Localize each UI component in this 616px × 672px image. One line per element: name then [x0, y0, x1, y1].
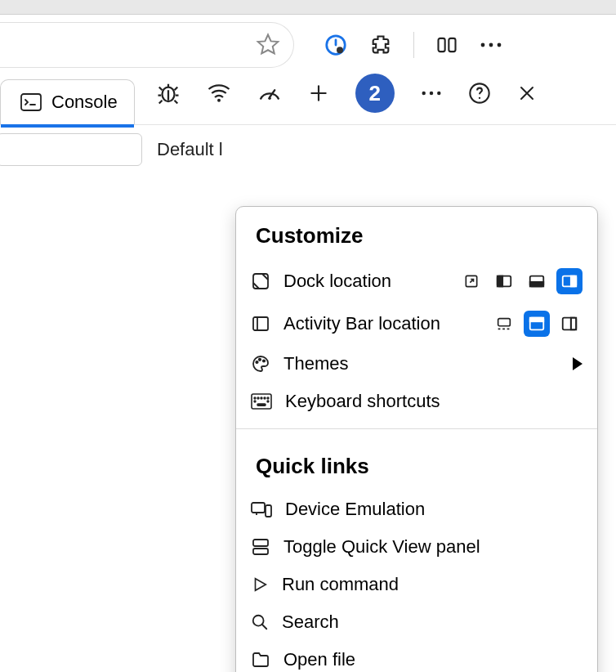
performance-icon[interactable]: [257, 83, 282, 104]
dock-right-option[interactable]: [556, 268, 583, 294]
svg-rect-2: [439, 38, 445, 52]
shield-lock-icon[interactable]: [324, 33, 348, 57]
warnings-badge[interactable]: 2: [355, 74, 395, 113]
search-icon: [251, 613, 269, 631]
keyboard-icon: [251, 393, 272, 410]
svg-point-12: [429, 92, 432, 95]
wifi-icon[interactable]: [207, 83, 231, 104]
customize-heading: Customize: [236, 207, 597, 260]
dock-left-option[interactable]: [491, 268, 517, 294]
console-icon: [20, 93, 42, 111]
folder-icon: [251, 651, 270, 669]
svg-point-1: [337, 47, 343, 53]
warnings-badge-count: 2: [368, 81, 380, 106]
open-file-row[interactable]: Open file: [236, 641, 597, 672]
svg-rect-24: [253, 317, 268, 330]
play-icon: [251, 576, 269, 594]
svg-rect-21: [530, 282, 544, 287]
svg-point-34: [254, 397, 256, 399]
svg-rect-19: [498, 276, 502, 287]
device-emulation-row[interactable]: Device Emulation: [236, 491, 597, 528]
dock-location-label: Dock location: [283, 271, 391, 292]
svg-point-6: [498, 43, 502, 47]
svg-rect-29: [571, 318, 576, 330]
activity-bar-row[interactable]: Activity Bar location: [236, 302, 597, 345]
split-screen-icon[interactable]: [435, 34, 458, 56]
run-command-row[interactable]: Run command: [236, 566, 597, 603]
activity-bar-label: Activity Bar location: [283, 313, 440, 334]
star-icon[interactable]: [256, 33, 280, 57]
themes-label: Themes: [283, 353, 348, 374]
quick-links-heading: Quick links: [236, 437, 597, 491]
svg-point-38: [267, 397, 269, 399]
svg-point-9: [217, 99, 221, 102]
window-chrome: [0, 0, 616, 15]
svg-point-36: [261, 397, 262, 399]
svg-point-31: [259, 359, 261, 361]
dock-icon: [251, 271, 270, 291]
open-file-label: Open file: [283, 649, 355, 670]
keyboard-shortcuts-row[interactable]: Keyboard shortcuts: [236, 383, 597, 420]
search-row[interactable]: Search: [236, 603, 597, 641]
device-emulation-label: Device Emulation: [285, 499, 425, 520]
filter-input[interactable]: [0, 133, 142, 166]
palette-icon: [251, 354, 270, 374]
devtools-area: Console 2: [0, 75, 616, 173]
dock-location-row[interactable]: Dock location: [236, 260, 597, 302]
devtools-more-icon[interactable]: [421, 90, 442, 96]
dropdown-separator: [236, 428, 597, 429]
svg-rect-27: [530, 318, 544, 322]
svg-rect-3: [449, 38, 455, 52]
activity-default-option[interactable]: [524, 311, 550, 337]
svg-point-11: [422, 92, 425, 95]
svg-point-30: [256, 361, 257, 363]
browser-toolbar: [0, 15, 616, 75]
themes-row[interactable]: Themes: [236, 345, 597, 383]
svg-rect-23: [571, 276, 576, 287]
run-command-label: Run command: [282, 574, 399, 595]
svg-point-15: [479, 97, 480, 99]
svg-rect-45: [253, 549, 268, 554]
bug-icon[interactable]: [156, 81, 181, 105]
extensions-icon[interactable]: [369, 34, 392, 56]
svg-point-4: [481, 43, 485, 47]
svg-rect-44: [253, 540, 268, 546]
svg-rect-7: [21, 94, 41, 110]
devtools-tab-row: Console 2: [0, 75, 616, 124]
keyboard-shortcuts-label: Keyboard shortcuts: [285, 391, 440, 412]
toggle-quick-view-label: Toggle Quick View panel: [283, 536, 480, 558]
activity-bar-icon: [251, 314, 270, 334]
svg-rect-25: [498, 319, 511, 326]
dock-bottom-option[interactable]: [524, 268, 550, 294]
submenu-arrow-icon: [573, 357, 583, 370]
close-icon[interactable]: [517, 83, 537, 103]
svg-rect-16: [253, 274, 268, 289]
tab-console-label: Console: [51, 92, 118, 113]
console-subrow: Default l: [0, 124, 616, 173]
svg-point-32: [263, 360, 265, 361]
help-icon[interactable]: [468, 82, 491, 105]
svg-point-40: [267, 401, 269, 402]
activity-horizontal-option[interactable]: [491, 311, 517, 337]
svg-point-5: [489, 43, 493, 47]
svg-point-39: [254, 401, 256, 402]
customize-dropdown: Customize Dock location: [235, 206, 598, 672]
svg-point-10: [268, 97, 271, 101]
more-icon[interactable]: [480, 42, 502, 48]
svg-rect-28: [563, 318, 577, 330]
toolbar-separator: [413, 32, 414, 58]
svg-point-35: [257, 397, 259, 399]
panel-icon: [251, 537, 270, 557]
tab-console[interactable]: Console: [0, 79, 135, 124]
address-bar-fragment[interactable]: [0, 22, 294, 68]
toggle-quick-view-row[interactable]: Toggle Quick View panel: [236, 528, 597, 566]
activity-vertical-option[interactable]: [556, 311, 583, 337]
log-levels-label[interactable]: Default l: [157, 139, 223, 160]
dock-undock-option[interactable]: [458, 268, 484, 294]
add-tab-icon[interactable]: [308, 83, 329, 104]
svg-rect-42: [252, 503, 265, 513]
svg-rect-43: [266, 505, 271, 517]
devices-icon: [251, 500, 272, 518]
svg-point-13: [437, 92, 440, 95]
svg-point-37: [264, 397, 266, 399]
